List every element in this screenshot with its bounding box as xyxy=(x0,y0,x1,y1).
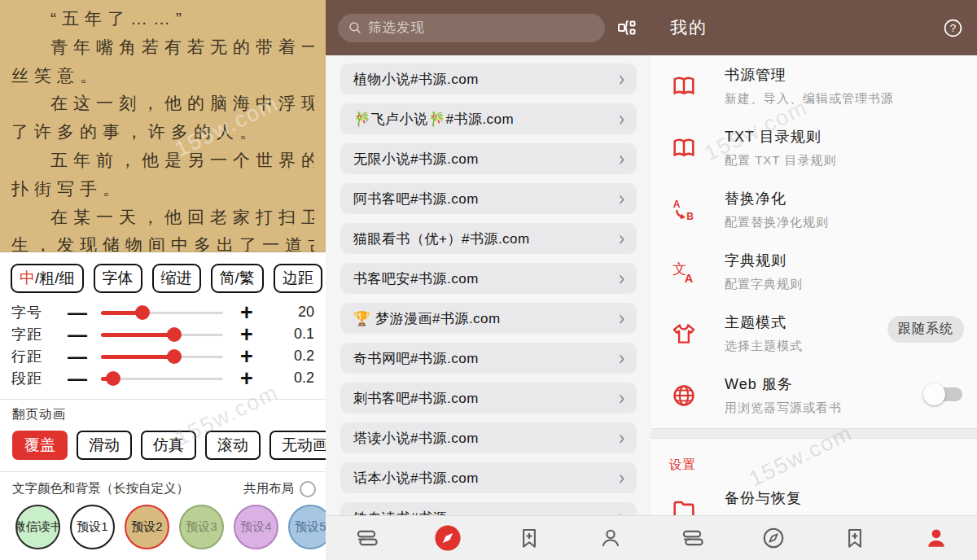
color-preset-预设5[interactable]: 预设5 xyxy=(288,505,326,549)
book-source-row[interactable]: 奇书网吧#书源.com› xyxy=(340,343,637,374)
page-anim-滑动[interactable]: 滑动 xyxy=(77,431,132,460)
page-anim-无动画[interactable]: 无动画 xyxy=(269,431,326,460)
menu-item-主题模式[interactable]: 主题模式选择主题模式跟随系统 xyxy=(651,303,977,365)
book-source-row[interactable]: 书客吧安#书源.com› xyxy=(340,263,637,294)
chevron-right-icon: › xyxy=(619,228,625,249)
menu-item-Web 服务[interactable]: Web 服务用浏览器写源或看书 xyxy=(651,365,977,427)
reading-page[interactable]: “五年了……”青年嘴角若有若无的带着一丝笑意。在这一刻，他的脑海中浮现了许多的事… xyxy=(0,0,326,252)
slider-track[interactable] xyxy=(101,370,223,387)
slider-value: 0.2 xyxy=(270,370,314,387)
search-input[interactable]: 筛选发现 xyxy=(338,14,605,42)
menu-item-书源管理[interactable]: 书源管理新建、导入、编辑或管理书源 xyxy=(651,55,977,117)
qr-scan-icon[interactable] xyxy=(615,15,639,40)
shared-layout-radio[interactable] xyxy=(300,481,316,497)
slider-track[interactable] xyxy=(101,326,223,343)
book-source-label: 猫眼看书（优+）#书源.com xyxy=(353,230,619,248)
tshirt-icon xyxy=(671,321,697,347)
increase-button[interactable]: + xyxy=(223,304,270,321)
reader-text-line: “五年了……” xyxy=(11,5,314,33)
chevron-right-icon: › xyxy=(619,108,625,129)
book-source-row[interactable]: 阿书客吧#书源.com› xyxy=(340,183,637,214)
nav-tab-bookshelf[interactable] xyxy=(668,520,716,556)
search-icon xyxy=(348,20,362,35)
nav-tab-compass[interactable] xyxy=(749,520,798,556)
bottom-nav-discover xyxy=(326,515,651,560)
book-source-row[interactable]: 无限小说#书源.com› xyxy=(340,143,637,174)
colors-section: 文字颜色和背景（长按自定义） 共用布局 微信读书预设1预设2预设3预设4预设5 xyxy=(0,471,326,549)
increase-button[interactable]: + xyxy=(223,370,270,387)
nav-tab-bookmark-add[interactable] xyxy=(505,520,554,556)
book-source-label: 🏆 梦游漫画#书源.com xyxy=(353,309,619,328)
help-icon[interactable]: ? xyxy=(940,15,965,40)
page-anim-仿真[interactable]: 仿真 xyxy=(141,431,196,460)
decrease-button[interactable]: — xyxy=(54,326,101,343)
chevron-right-icon: › xyxy=(619,387,625,409)
book-source-row[interactable]: 刺书客吧#书源.com› xyxy=(340,383,637,413)
color-preset-预设2-selected[interactable]: 预设2 xyxy=(125,505,169,549)
color-presets: 微信读书预设1预设2预设3预设4预设5 xyxy=(0,505,326,549)
slider-value: 0.1 xyxy=(270,326,314,343)
decrease-button[interactable]: — xyxy=(54,370,101,387)
page-anim-覆盖[interactable]: 覆盖 xyxy=(12,431,68,460)
svg-text:B: B xyxy=(686,211,694,222)
slider-thumb[interactable] xyxy=(167,349,182,364)
reader-text-line: 丝笑意。 xyxy=(11,62,314,90)
menu-item-title: TXT 目录规则 xyxy=(725,127,964,147)
color-preset-预设3[interactable]: 预设3 xyxy=(179,505,224,549)
color-preset-预设1[interactable]: 预设1 xyxy=(70,505,115,549)
chevron-right-icon: › xyxy=(619,348,625,369)
nav-tab-bookshelf[interactable] xyxy=(342,520,391,556)
style-chip-边距[interactable]: 边距 xyxy=(274,264,322,293)
book-source-row[interactable]: 🏆 梦游漫画#书源.com› xyxy=(340,303,637,334)
style-chip-中/粗/细[interactable]: 中/粗/细 xyxy=(11,264,84,293)
style-chip-缩进[interactable]: 缩进 xyxy=(152,264,201,293)
style-chip-简/繁[interactable]: 简/繁 xyxy=(211,264,264,293)
nav-tab-compass-active[interactable] xyxy=(423,520,472,556)
menu-item-title: 备份与恢复 xyxy=(725,488,964,508)
slider-thumb[interactable] xyxy=(135,305,150,320)
slider-label: 字距 xyxy=(11,325,54,344)
book-source-label: 话本小说#书源.com xyxy=(353,469,619,488)
menu-item-TXT 目录规则[interactable]: TXT 目录规则配置 TXT 目录规则 xyxy=(651,117,977,179)
search-placeholder: 筛选发现 xyxy=(368,19,425,37)
book-source-row[interactable]: 猫眼看书（优+）#书源.com› xyxy=(340,223,637,254)
reader-text-line: 青年嘴角若有若无的带着一 xyxy=(11,33,314,62)
book-source-row[interactable]: 塔读小说#书源.com› xyxy=(340,422,637,453)
slider-label: 行距 xyxy=(11,347,54,366)
web-service-toggle[interactable] xyxy=(923,386,962,403)
book-source-row[interactable]: 🎋飞卢小说🎋#书源.com› xyxy=(340,103,637,134)
page-anim-滚动[interactable]: 滚动 xyxy=(205,431,261,460)
color-preset-预设4[interactable]: 预设4 xyxy=(234,505,278,549)
slider-thumb[interactable] xyxy=(167,327,182,342)
menu-item-subtitle: 配置替换净化规则 xyxy=(725,215,964,230)
color-preset-微信读书[interactable]: 微信读书 xyxy=(15,505,60,549)
menu-item-替换净化[interactable]: AB替换净化配置替换净化规则 xyxy=(651,179,977,241)
style-chip-row: 中/粗/细字体缩进简/繁边距信息 xyxy=(0,252,326,301)
nav-tab-profile[interactable] xyxy=(586,520,635,556)
section-divider xyxy=(651,428,977,439)
slider-row-段距: 段距—+0.2 xyxy=(0,367,326,389)
book-source-row[interactable]: 植物小说#书源.com› xyxy=(340,63,637,94)
reader-panel: “五年了……”青年嘴角若有若无的带着一丝笑意。在这一刻，他的脑海中浮现了许多的事… xyxy=(0,0,326,560)
nav-tab-profile-active[interactable] xyxy=(912,520,961,556)
chevron-right-icon: › xyxy=(619,467,625,488)
slider-thumb[interactable] xyxy=(106,371,120,386)
slider-rows: 字号—+20字距—+0.1行距—+0.2段距—+0.2 xyxy=(0,301,326,389)
book-source-label: 阿书客吧#书源.com xyxy=(353,190,619,208)
decrease-button[interactable]: — xyxy=(54,348,101,365)
chip-accent-text: 中 xyxy=(20,269,35,287)
style-chip-字体[interactable]: 字体 xyxy=(94,264,142,293)
book-source-label: 塔读小说#书源.com xyxy=(353,429,619,448)
menu-item-title: 字典规则 xyxy=(725,251,964,270)
decrease-button[interactable]: — xyxy=(54,304,101,321)
slider-row-字距: 字距—+0.1 xyxy=(0,323,326,345)
book-source-row[interactable]: 话本小说#书源.com› xyxy=(340,462,637,493)
chevron-right-icon: › xyxy=(619,427,625,448)
nav-tab-bookmark-add[interactable] xyxy=(830,520,879,556)
increase-button[interactable]: + xyxy=(223,348,270,365)
slider-track[interactable] xyxy=(101,348,223,365)
slider-track[interactable] xyxy=(101,304,223,321)
increase-button[interactable]: + xyxy=(223,326,270,343)
discover-header: 筛选发现 xyxy=(326,0,651,55)
menu-item-字典规则[interactable]: 文A字典规则配置字典规则 xyxy=(651,241,977,303)
